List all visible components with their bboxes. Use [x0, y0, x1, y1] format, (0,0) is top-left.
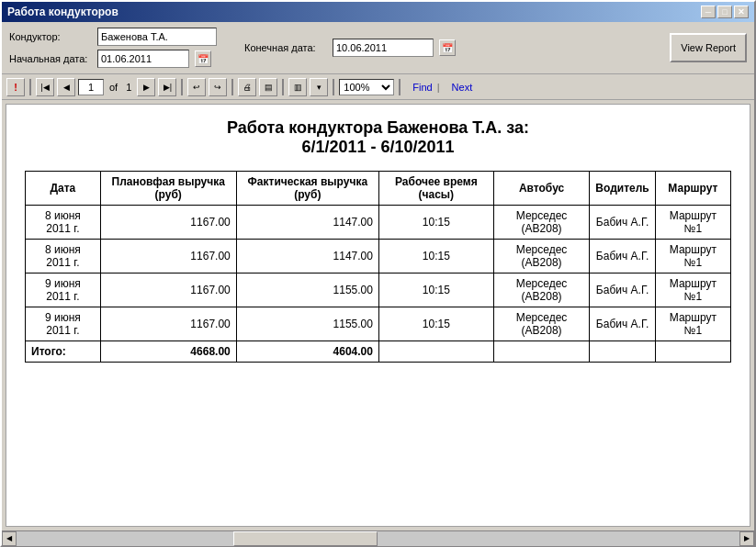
report-title-line1: Работа кондуктора Баженова Т.А. за:	[227, 118, 529, 137]
cell-driver: Бабич А.Г.	[590, 240, 655, 274]
cell-actual: 1155.00	[236, 274, 378, 307]
table-row: 9 июня 2011 г. 1167.00 1155.00 10:15 Мер…	[26, 307, 731, 341]
close-button[interactable]: ✕	[734, 6, 749, 18]
table-row: 8 июня 2011 г. 1167.00 1147.00 10:15 Мер…	[26, 240, 731, 274]
cell-route: Маршрут №1	[655, 307, 730, 341]
start-date-input[interactable]	[97, 50, 189, 68]
total-driver	[590, 341, 655, 363]
toolbar-sep-4	[282, 79, 284, 95]
cell-actual: 1147.00	[236, 240, 378, 274]
cell-driver: Бабич А.Г.	[590, 274, 655, 307]
zoom-select[interactable]: 100% 75% 50% 150%	[339, 79, 394, 95]
last-page-button[interactable]: ▶|	[158, 78, 176, 96]
header-hours: Рабочее время (часы)	[378, 172, 493, 206]
cell-planned: 1167.00	[100, 274, 236, 307]
header-actual: Фактическая выручка (руб)	[236, 172, 378, 206]
toolbar-sep-1	[29, 79, 31, 95]
find-sep: |	[437, 82, 440, 93]
cell-date: 9 июня 2011 г.	[26, 307, 101, 341]
table-row: 9 июня 2011 г. 1167.00 1155.00 10:15 Мер…	[26, 274, 731, 307]
cell-actual: 1155.00	[236, 307, 378, 341]
total-row: Итого: 4668.00 4604.00	[26, 341, 731, 363]
start-date-label: Начальная дата:	[9, 53, 92, 64]
cell-route: Маршрут №1	[655, 206, 730, 240]
end-date-input[interactable]	[333, 39, 434, 57]
cell-bus: Мерседес (АВ208)	[493, 206, 590, 240]
main-window: Работа кондукторов ─ □ ✕ Кондуктор: Нача…	[0, 0, 756, 547]
header-date: Дата	[26, 172, 101, 206]
cell-driver: Бабич А.Г.	[590, 206, 655, 240]
table-header-row: Дата Плановфая выручка (руб) Фактическая…	[26, 172, 731, 206]
window-title: Работа кондукторов	[7, 6, 118, 18]
scroll-track[interactable]	[17, 531, 739, 546]
print-button[interactable]: 🖨	[238, 78, 256, 96]
view-report-button[interactable]: View Report	[670, 33, 747, 62]
forward-button[interactable]: ↪	[209, 78, 227, 96]
title-bar-buttons: ─ □ ✕	[701, 6, 749, 18]
table-row: 8 июня 2011 г. 1167.00 1147.00 10:15 Мер…	[26, 206, 731, 240]
prev-page-button[interactable]: ◀	[57, 78, 75, 96]
report-area: Работа кондуктора Баженова Т.А. за: 6/1/…	[6, 104, 750, 527]
toolbar-sep-6	[399, 79, 401, 95]
toolbar-toggle-button[interactable]: !	[6, 78, 25, 96]
maximize-button[interactable]: □	[717, 6, 732, 18]
form-left: Кондуктор: Начальная дата: 📅	[9, 28, 217, 68]
title-bar: Работа кондукторов ─ □ ✕	[2, 2, 754, 22]
form-mid: Конечная дата: 📅	[244, 39, 456, 57]
next-link[interactable]: Next	[452, 82, 473, 93]
horizontal-scrollbar: ◀ ▶	[2, 530, 754, 545]
total-bus	[493, 341, 590, 363]
header-planned: Плановфая выручка (руб)	[100, 172, 236, 206]
toolbar-sep-3	[231, 79, 233, 95]
find-link[interactable]: Find	[412, 82, 432, 93]
cell-hours: 10:15	[378, 240, 493, 274]
cell-date: 9 июня 2011 г.	[26, 274, 101, 307]
toolbar: ! |◀ ◀ of 1 ▶ ▶| ↩ ↪ 🖨 ▤ ▥ ▾ 100% 75% 50…	[2, 74, 754, 100]
report-inner: Работа кондуктора Баженова Т.А. за: 6/1/…	[6, 105, 750, 376]
cell-bus: Мерседес (АВ208)	[493, 274, 590, 307]
end-date-row: Конечная дата: 📅	[244, 39, 456, 57]
cell-hours: 10:15	[378, 206, 493, 240]
form-area: Кондуктор: Начальная дата: 📅 Конечная да…	[2, 22, 754, 74]
header-route: Маршрут	[655, 172, 730, 206]
total-hours	[378, 341, 493, 363]
header-bus: Автобус	[493, 172, 590, 206]
header-driver: Водитель	[590, 172, 655, 206]
total-route	[655, 341, 730, 363]
total-planned: 4668.00	[100, 341, 236, 363]
scroll-left-button[interactable]: ◀	[2, 531, 17, 546]
minimize-button[interactable]: ─	[701, 6, 716, 18]
end-date-calendar-icon[interactable]: 📅	[439, 39, 456, 56]
conductor-row: Кондуктор:	[9, 28, 217, 46]
start-date-row: Начальная дата: 📅	[9, 50, 217, 68]
next-page-button[interactable]: ▶	[137, 78, 155, 96]
export-button[interactable]: ▥	[288, 78, 307, 96]
cell-planned: 1167.00	[100, 307, 236, 341]
scroll-right-button[interactable]: ▶	[739, 531, 754, 546]
cell-hours: 10:15	[378, 307, 493, 341]
total-actual: 4604.00	[236, 341, 378, 363]
cell-date: 8 июня 2011 г.	[26, 240, 101, 274]
cell-bus: Мерседес (АВ208)	[493, 307, 590, 341]
conductor-label: Кондуктор:	[9, 31, 92, 42]
report-title: Работа кондуктора Баженова Т.А. за: 6/1/…	[25, 118, 731, 157]
cell-hours: 10:15	[378, 274, 493, 307]
cell-planned: 1167.00	[100, 240, 236, 274]
report-table: Дата Плановфая выручка (руб) Фактическая…	[25, 171, 731, 363]
report-title-line2: 6/1/2011 - 6/10/2011	[301, 138, 454, 156]
cell-bus: Мерседес (АВ208)	[493, 240, 590, 274]
cell-actual: 1147.00	[236, 206, 378, 240]
scroll-thumb[interactable]	[233, 531, 378, 546]
toolbar-sep-5	[333, 79, 334, 95]
of-text: of	[107, 82, 120, 93]
cell-route: Маршрут №1	[655, 274, 730, 307]
layout-button[interactable]: ▤	[259, 78, 277, 96]
page-number-input[interactable]	[78, 79, 104, 95]
export-arrow-button[interactable]: ▾	[310, 78, 328, 96]
first-page-button[interactable]: |◀	[36, 78, 54, 96]
cell-planned: 1167.00	[100, 206, 236, 240]
end-date-label: Конечная дата:	[244, 42, 327, 53]
start-date-calendar-icon[interactable]: 📅	[195, 50, 211, 67]
conductor-input[interactable]	[97, 28, 217, 46]
back-button[interactable]: ↩	[187, 78, 206, 96]
